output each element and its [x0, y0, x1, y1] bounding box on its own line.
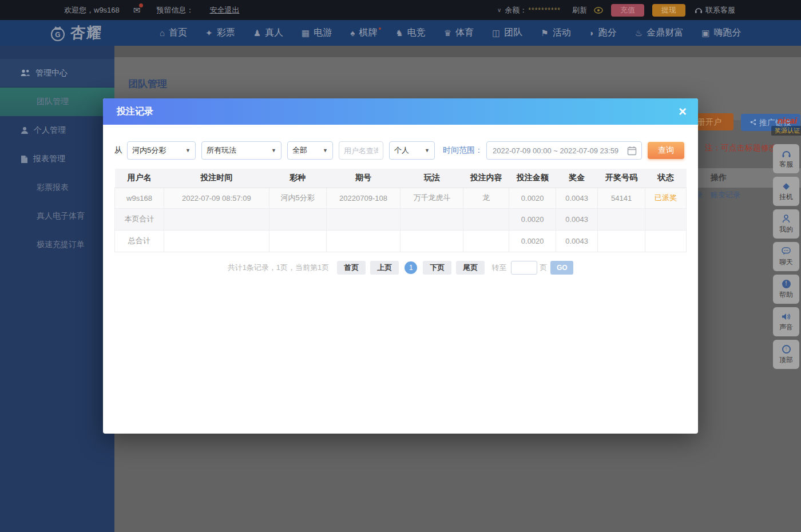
- nav-item-esports[interactable]: ♞电竞: [395, 27, 425, 39]
- modal-header: 投注记录 ×: [103, 98, 698, 125]
- next-page-button[interactable]: 下页: [423, 261, 451, 275]
- search-button[interactable]: 查询: [648, 142, 684, 159]
- document-icon: [21, 155, 28, 164]
- lottery-icon: ✦: [205, 28, 213, 38]
- sidebar-item-lottery-report[interactable]: 彩票报表: [0, 173, 114, 202]
- customer-service-button[interactable]: 客服: [773, 144, 799, 173]
- bet-records-modal: 投注记录 × 从 河内5分彩 ▼ 所有玩法 ▼ 全部 ▼ 个人 ▼ 时间范围： …: [103, 98, 698, 434]
- table-header-row: 用户名投注时间 彩种期号 玩法投注内容 投注金额奖金 开奖号码状态: [115, 169, 687, 188]
- sidebar-item-report-management[interactable]: 报表管理: [0, 145, 114, 173]
- svg-text:G: G: [55, 31, 60, 39]
- edit-title-note: 注：可点击标题修改: [705, 143, 777, 153]
- bet-records-table: 用户名投注时间 彩种期号 玩法投注内容 投注金额奖金 开奖号码状态 w9s168…: [114, 169, 687, 252]
- speaker-icon: [782, 311, 791, 321]
- brand-logo[interactable]: G 杏耀: [49, 23, 102, 43]
- sidebar-item-live-esports-report[interactable]: 真人电子体育: [0, 202, 114, 231]
- scope-select[interactable]: 个人 ▼: [389, 141, 435, 160]
- rhino-icon: ◗: [589, 28, 594, 38]
- go-button[interactable]: GO: [550, 261, 573, 275]
- exclamation-icon: !: [782, 279, 791, 289]
- username-search-input[interactable]: [339, 141, 383, 160]
- table-row: w9s1682022-07-09 08:57:09 河内5分彩20220709-…: [115, 188, 687, 208]
- nav-item-sports[interactable]: ♛体育: [444, 27, 474, 39]
- record-summary: 共计1条记录，1页，当前第1页: [228, 263, 330, 273]
- status-badge: 已派奖: [645, 188, 687, 208]
- chat-bubble-icon: [782, 246, 791, 256]
- lottery-select[interactable]: 河内5分彩 ▼: [127, 141, 196, 160]
- nav-item-team[interactable]: ◫团队: [492, 27, 522, 39]
- chat-button[interactable]: 聊天: [773, 242, 799, 271]
- modal-title: 投注记录: [117, 106, 153, 118]
- sidebar-item-team-management[interactable]: 团队管理: [0, 88, 114, 116]
- account-change-link[interactable]: 账变记录: [711, 190, 740, 199]
- my-account-button[interactable]: 我的: [773, 209, 799, 239]
- up-arrow-icon: ↑: [782, 344, 791, 354]
- wealth-cup-icon: ♨: [635, 28, 643, 38]
- hi-paofen-icon: ▣: [701, 28, 709, 38]
- nav-item-hi-paofen[interactable]: ▣嗨跑分: [701, 27, 741, 39]
- person-icon: [21, 126, 29, 134]
- current-page-indicator[interactable]: 1: [405, 261, 417, 274]
- eye-icon[interactable]: [594, 7, 603, 14]
- recharge-button[interactable]: 充值: [611, 4, 644, 17]
- refresh-link[interactable]: 刷新: [572, 5, 587, 15]
- close-icon[interactable]: ×: [679, 105, 687, 118]
- sound-button[interactable]: 声音: [773, 307, 799, 336]
- nav-item-live[interactable]: ♟真人: [253, 27, 283, 39]
- playtype-select[interactable]: 所有玩法 ▼: [201, 141, 281, 160]
- date-range-input[interactable]: [493, 146, 623, 155]
- nav-item-lottery[interactable]: ✦彩票: [205, 27, 235, 39]
- reserved-info-label: 预留信息：: [156, 5, 193, 15]
- team-icon: ◫: [492, 28, 500, 38]
- jump-page-input[interactable]: [511, 261, 537, 275]
- chevron-down-icon[interactable]: ∨: [497, 7, 501, 13]
- calendar-icon[interactable]: [627, 146, 637, 156]
- sidebar: 管理中心 团队管理 个人管理 报表管理 彩票报表 真人电子体育 极速充提订单: [0, 46, 114, 532]
- headset-icon: [782, 148, 791, 158]
- share-icon: [750, 119, 756, 125]
- sidebar-item-management-center[interactable]: 管理中心: [0, 59, 114, 88]
- prev-page-button[interactable]: 上页: [370, 261, 399, 275]
- live-person-icon: ♟: [253, 28, 261, 38]
- hangup-button[interactable]: ◆ 挂机: [773, 177, 799, 206]
- back-to-top-button[interactable]: ↑ 顶部: [773, 340, 799, 369]
- grand-total-row: 总合计 0.00200.0043: [115, 230, 687, 252]
- nicai-logo: nicai: [771, 116, 801, 125]
- jump-to-label: 转至: [491, 263, 506, 273]
- first-page-button[interactable]: 首页: [337, 261, 366, 275]
- nav-item-chess[interactable]: ♠棋牌: [350, 27, 377, 39]
- chess-cards-icon: ♠: [350, 28, 355, 38]
- headset-icon: [695, 6, 703, 14]
- contact-service-link[interactable]: 联系客服: [705, 5, 735, 15]
- people-icon: [21, 69, 30, 77]
- mail-icon[interactable]: ✉: [133, 5, 141, 15]
- balance-value: **********: [528, 6, 561, 14]
- page-suffix-label: 页: [540, 263, 547, 273]
- sidebar-item-personal-management[interactable]: 个人管理: [0, 116, 114, 145]
- page-subtotal-row: 本页合计 0.00200.0043: [115, 208, 687, 230]
- nav-item-egames[interactable]: ▦电游: [302, 27, 332, 39]
- sidebar-item-fast-deposit-orders[interactable]: 极速充提订单: [0, 231, 114, 259]
- caret-down-icon: ▼: [267, 148, 276, 153]
- egames-icon: ▦: [302, 28, 310, 38]
- caret-down-icon: ▼: [181, 148, 191, 153]
- nav-item-activity[interactable]: ⚑活动: [541, 27, 570, 39]
- status-select[interactable]: 全部 ▼: [287, 141, 333, 160]
- caret-down-icon: ▼: [318, 148, 328, 153]
- withdraw-button[interactable]: 提现: [652, 4, 685, 17]
- person-icon: [782, 213, 790, 224]
- welcome-text: 欢迎您，w9s168: [64, 5, 120, 15]
- logout-link[interactable]: 安全退出: [209, 5, 239, 15]
- nav-item-home[interactable]: ⌂首页: [160, 27, 187, 39]
- esports-icon: ♞: [395, 28, 403, 38]
- last-page-button[interactable]: 尾页: [456, 261, 485, 275]
- pagination: 共计1条记录，1页，当前第1页 首页 上页 1 下页 尾页 转至 页 GO: [103, 261, 698, 275]
- filter-row: 从 河内5分彩 ▼ 所有玩法 ▼ 全部 ▼ 个人 ▼ 时间范围： 查询: [114, 141, 684, 160]
- nicai-cert-badge[interactable]: nicai 奖源认证: [771, 116, 801, 136]
- help-button[interactable]: ! 帮助: [773, 275, 799, 304]
- nav-item-paofen[interactable]: ◗跑分: [589, 27, 617, 39]
- nav-item-wealth[interactable]: ♨金鼎财富: [635, 27, 683, 39]
- home-icon: ⌂: [160, 28, 165, 38]
- caret-down-icon: ▼: [420, 148, 430, 153]
- date-range-picker[interactable]: [486, 141, 642, 160]
